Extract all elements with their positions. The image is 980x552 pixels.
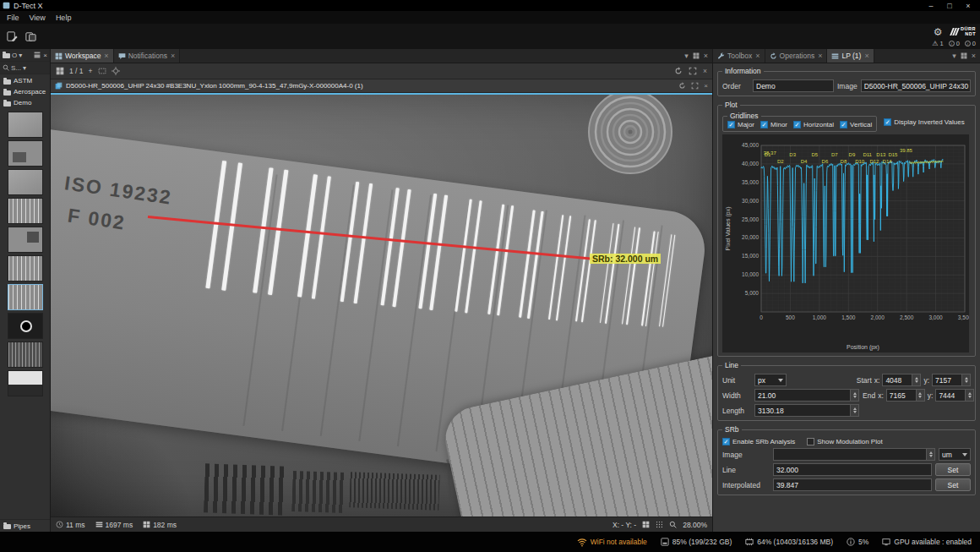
spinner-buttons[interactable] — [961, 374, 970, 385]
close-icon[interactable]: × — [703, 67, 707, 75]
srb-unit-select[interactable]: um — [939, 448, 971, 461]
enable-srb-analysis-checkbox[interactable]: ✓ — [722, 438, 730, 445]
spinner-buttons[interactable] — [912, 374, 920, 385]
gridlines-minor[interactable]: ✓Minor — [760, 121, 787, 128]
chevron-down-icon[interactable]: ▾ — [684, 52, 689, 60]
close-button[interactable]: × — [959, 1, 977, 11]
menu-file[interactable]: File — [2, 14, 24, 22]
menu-help[interactable]: Help — [51, 14, 77, 22]
thumbnail-3[interactable] — [8, 170, 42, 194]
sidebar-item-pipes[interactable]: Pipes — [0, 519, 50, 532]
display-inverted-values[interactable]: ✓Display Inverted Values — [884, 118, 964, 126]
enable-srb-analysis[interactable]: ✓Enable SRb Analysis — [722, 438, 795, 445]
gridlines-major[interactable]: ✓Major — [727, 121, 754, 128]
order-input[interactable]: Demo — [753, 79, 834, 92]
profile-chart[interactable]: 05001,0001,5002,0002,5003,0003,5005,0001… — [722, 134, 969, 353]
show-modulation-plot-checkbox[interactable] — [807, 438, 814, 445]
srb-line-input[interactable]: 32.000 — [773, 463, 932, 476]
layout-icon[interactable] — [961, 52, 967, 59]
panel-options-icon[interactable] — [34, 52, 41, 58]
spinner-buttons[interactable] — [850, 405, 858, 416]
panel-close-icon[interactable]: × — [43, 52, 47, 59]
fullscreen-icon[interactable] — [691, 82, 699, 90]
refresh-icon[interactable] — [674, 67, 683, 75]
thumbnail-4[interactable] — [8, 199, 42, 223]
sidebar-item-astm[interactable]: ASTM — [0, 75, 50, 86]
fullscreen-icon[interactable] — [689, 67, 697, 75]
srb-image-select[interactable] — [773, 448, 935, 461]
srb-interpolated-input[interactable]: 39.847 — [773, 478, 932, 491]
thumbnail-7[interactable] — [8, 285, 42, 309]
image-title-bar[interactable]: D5000-HR_500006_UHIP 24x30 #B3E3NU_Yxlon… — [51, 79, 712, 93]
show-modulation-plot[interactable]: Show Modulation Plot — [807, 438, 882, 445]
chevron-down-icon[interactable]: ▾ — [23, 64, 26, 72]
rectangle-select-icon[interactable] — [98, 67, 106, 75]
chevron-down-icon[interactable]: ▾ — [19, 52, 22, 59]
refresh-icon[interactable] — [678, 82, 686, 90]
tab-lp-1[interactable]: LP (1)× — [827, 49, 874, 63]
maximize-button[interactable]: □ — [940, 1, 959, 11]
close-icon[interactable]: × — [704, 82, 708, 90]
gridlines-vertical[interactable]: ✓Vertical — [840, 121, 872, 128]
zoom-level[interactable]: 28.00% — [683, 521, 707, 529]
badge-info-3[interactable]: i0 — [965, 40, 976, 47]
tab-operations[interactable]: Operations× — [765, 49, 828, 63]
spinner-buttons[interactable] — [926, 449, 934, 460]
gridlines-vertical-checkbox[interactable]: ✓ — [840, 121, 847, 128]
start-x-input[interactable]: 4048 — [882, 374, 921, 386]
thumbnail-2[interactable] — [8, 141, 42, 166]
search-input[interactable]: S... — [11, 64, 21, 72]
thumbnail-9[interactable] — [8, 342, 42, 367]
gridlines-major-checkbox[interactable]: ✓ — [727, 121, 735, 128]
grid-view-icon[interactable] — [56, 67, 64, 75]
srb-interpolated-set-button[interactable]: Set — [935, 478, 971, 491]
crosshair-icon[interactable] — [112, 67, 120, 75]
tab-close-icon[interactable]: × — [104, 52, 108, 60]
gridlines-horizontal[interactable]: ✓Horizontal — [793, 121, 834, 128]
close-icon[interactable]: × — [704, 52, 708, 60]
thumbnail-10[interactable] — [8, 371, 42, 396]
xray-image-viewport[interactable]: ISO 19232 F 002 SRb: 32.000 um — [51, 93, 712, 516]
end-x-input[interactable]: 7165 — [886, 389, 925, 402]
grid-toggle-icon[interactable] — [642, 521, 650, 528]
thumbnail-1[interactable] — [8, 112, 42, 137]
spinner-buttons[interactable] — [965, 390, 973, 401]
gridlines-minor-checkbox[interactable]: ✓ — [760, 121, 768, 128]
edit-report-button[interactable] — [4, 29, 19, 44]
unit-select[interactable]: px — [754, 374, 787, 386]
close-icon[interactable]: × — [972, 52, 976, 60]
sidebar-item-demo[interactable]: Demo — [0, 97, 50, 108]
badge-info-2[interactable]: i0 — [949, 40, 960, 47]
start-y-input[interactable]: 7157 — [932, 374, 971, 386]
tab-close-icon[interactable]: × — [171, 52, 175, 60]
badge-warning-1[interactable]: ⚠1 — [932, 40, 943, 47]
menu-view[interactable]: View — [24, 14, 51, 22]
dots-grid-icon[interactable] — [656, 521, 663, 528]
tab-close-icon[interactable]: × — [755, 52, 760, 60]
zoom-icon[interactable] — [669, 521, 677, 528]
sidebar-search[interactable]: S... ▾ — [0, 62, 50, 74]
spinner-buttons[interactable] — [916, 390, 924, 401]
image-input[interactable]: D5000-HR_500006_UHIP 24x30 #B3E3NU_Yxlon… — [861, 79, 971, 92]
end-y-input[interactable]: 7444 — [935, 389, 974, 402]
gridlines-horizontal-checkbox[interactable]: ✓ — [793, 121, 801, 128]
zoom-in-icon[interactable]: + — [89, 67, 93, 75]
layout-icon[interactable] — [693, 52, 700, 59]
sidebar-item-aerospace[interactable]: Aerospace — [0, 86, 50, 97]
gear-icon[interactable]: ⚙ — [930, 25, 945, 40]
srb-line-set-button[interactable]: Set — [935, 463, 971, 476]
tab-notifications[interactable]: Notifications× — [114, 49, 181, 63]
display-inverted-values-checkbox[interactable]: ✓ — [884, 118, 891, 126]
length-input[interactable]: 3130.18 — [754, 404, 859, 417]
tab-toolbox[interactable]: Toolbox× — [713, 49, 765, 63]
tab-close-icon[interactable]: × — [864, 52, 868, 60]
width-input[interactable]: 21.00 — [754, 389, 859, 402]
thumbnail-5[interactable] — [8, 227, 42, 252]
report-images-button[interactable] — [23, 29, 38, 44]
alert-badges[interactable]: ⚠1i0i0 — [932, 39, 976, 48]
thumbnail-8[interactable] — [8, 314, 42, 338]
minimize-button[interactable]: – — [922, 1, 940, 11]
thumbnail-6[interactable] — [8, 256, 42, 281]
tab-close-icon[interactable]: × — [818, 52, 822, 60]
tab-workspace[interactable]: Workspace× — [51, 49, 114, 63]
